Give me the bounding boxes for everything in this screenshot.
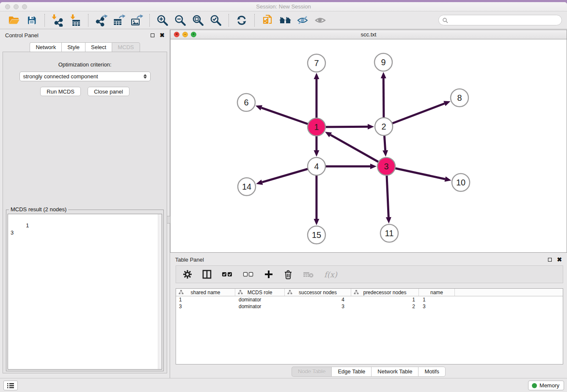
search-icon	[442, 17, 448, 23]
graph-node-label-6: 6	[244, 98, 248, 107]
zoom-selected-button[interactable]	[209, 13, 223, 28]
import-table-button[interactable]	[68, 13, 83, 28]
deselect-all-icon[interactable]	[243, 271, 254, 277]
graph-edge-2-8[interactable]	[384, 103, 444, 127]
save-floppy-icon	[27, 15, 37, 25]
table-panel-tabs: Node Table Edge Table Network Table Moti…	[170, 367, 567, 377]
graph-node-label-14: 14	[242, 182, 251, 191]
cell-name: 3	[419, 304, 455, 309]
function-builder-icon[interactable]: f(x)	[324, 270, 337, 279]
float-table-panel-icon[interactable]	[548, 258, 552, 262]
graph-edge-3-1[interactable]	[330, 135, 386, 166]
maximize-window-button[interactable]	[22, 4, 27, 9]
refresh-view-button[interactable]	[234, 13, 249, 28]
graph-node-label-1: 1	[314, 122, 319, 132]
network-canvas[interactable]: 1234678910111415	[170, 39, 567, 253]
first-neighbors-button[interactable]	[278, 13, 292, 28]
select-all-icon[interactable]	[222, 271, 233, 277]
houses-icon	[278, 15, 292, 26]
mcds-result-title: MCDS result (2 nodes)	[9, 206, 68, 213]
tab-motifs[interactable]: Motifs	[418, 367, 446, 377]
open-session-button[interactable]	[7, 13, 21, 28]
window-titlebar: Session: New Session	[0, 2, 567, 11]
tab-style[interactable]: Style	[61, 42, 85, 52]
column-header-name[interactable]: name	[419, 289, 455, 296]
zoom-out-button[interactable]	[173, 13, 187, 28]
delete-column-icon[interactable]	[284, 269, 293, 279]
window-title: Session: New Session	[0, 2, 567, 11]
control-panel-tabs: Network Style Select MCDS	[0, 42, 170, 52]
close-table-panel-icon[interactable]: ✖	[557, 257, 562, 262]
network-minimize-button[interactable]: −	[182, 32, 188, 37]
tab-select[interactable]: Select	[85, 42, 112, 52]
task-history-button[interactable]	[3, 381, 18, 390]
show-all-button[interactable]	[314, 13, 328, 28]
node-table-header: shared name MCDS role successor nodes pr…	[176, 289, 563, 296]
save-session-button[interactable]	[25, 13, 39, 28]
result-scrollbar[interactable]	[158, 214, 162, 369]
memory-button[interactable]: Memory	[528, 381, 564, 390]
cell-predecessor-nodes: 1	[351, 297, 419, 303]
table-row[interactable]: 1 dominator 4 1 1	[176, 296, 563, 303]
close-panel-button[interactable]: Close panel	[88, 87, 129, 96]
table-settings-gear-icon[interactable]	[183, 270, 192, 279]
close-window-button[interactable]	[5, 4, 10, 9]
zoom-in-button[interactable]	[155, 13, 170, 28]
zoom-out-icon	[174, 14, 186, 26]
export-network-button[interactable]	[94, 13, 108, 28]
table-panel-title: Table Panel	[175, 257, 204, 263]
close-panel-icon[interactable]: ✖	[160, 33, 165, 37]
zoom-in-icon	[157, 14, 168, 26]
tab-network[interactable]: Network	[30, 42, 61, 52]
network-maximize-button[interactable]: +	[191, 32, 196, 37]
cell-shared-name: 3	[176, 304, 235, 309]
import-table-icon	[69, 14, 81, 27]
split-pane-grip[interactable]	[167, 216, 170, 224]
column-header-successor-nodes[interactable]: successor nodes	[285, 289, 351, 296]
import-network-button[interactable]	[50, 13, 65, 28]
graph-edge-arrow-3-10	[444, 177, 451, 182]
column-header-mcds-role[interactable]: MCDS role	[235, 289, 285, 296]
minimize-window-button[interactable]	[14, 4, 19, 9]
tab-mcds[interactable]: MCDS	[112, 42, 140, 52]
run-mcds-button[interactable]: Run MCDS	[40, 87, 81, 96]
zoom-fit-button[interactable]	[191, 13, 205, 28]
graph-edge-arrow-1-6	[256, 105, 262, 110]
graph-edge-arrow-1-7	[314, 73, 319, 79]
toggle-panel-mode-icon[interactable]	[202, 270, 212, 279]
list-icon	[7, 383, 14, 389]
graph-node-label-9: 9	[381, 58, 385, 67]
criterion-select[interactable]: strongly connected component	[19, 72, 151, 81]
column-type-icon	[354, 290, 359, 295]
column-header-shared-name[interactable]: shared name	[176, 289, 235, 296]
delete-table-icon[interactable]	[303, 271, 314, 278]
toolbar-separator	[88, 14, 88, 27]
toolbar-separator	[44, 14, 45, 27]
float-panel-icon[interactable]	[151, 33, 154, 37]
eye-slash-icon	[297, 15, 309, 25]
export-table-button[interactable]	[112, 13, 126, 28]
copy-network-icon	[261, 14, 273, 27]
network-close-button[interactable]: ✕	[174, 32, 179, 37]
criterion-selected-value: strongly connected component	[23, 73, 98, 80]
hide-selected-button[interactable]	[296, 13, 310, 28]
node-table[interactable]: shared name MCDS role successor nodes pr…	[176, 288, 563, 364]
column-type-icon	[287, 290, 292, 295]
table-row[interactable]: 3 dominator 3 2 3	[176, 303, 563, 310]
refresh-icon	[236, 14, 248, 26]
mcds-result-list[interactable]: 1 3	[8, 214, 162, 370]
column-header-predecessor-nodes[interactable]: predecessor nodes	[351, 289, 419, 296]
search-input[interactable]	[448, 17, 558, 24]
copy-share-network-button[interactable]	[260, 13, 275, 28]
zoom-fit-icon	[192, 14, 204, 26]
tab-edge-table[interactable]: Edge Table	[331, 367, 371, 377]
network-graph[interactable]: 1234678910111415	[171, 39, 567, 252]
export-image-button[interactable]	[129, 13, 144, 28]
cell-successor-nodes: 4	[285, 297, 351, 303]
tab-node-table[interactable]: Node Table	[292, 367, 332, 377]
tab-network-table[interactable]: Network Table	[371, 367, 418, 377]
export-network-icon	[95, 14, 107, 27]
search-field[interactable]	[438, 15, 562, 25]
create-new-column-icon[interactable]	[264, 270, 273, 279]
export-table-icon	[113, 14, 125, 27]
